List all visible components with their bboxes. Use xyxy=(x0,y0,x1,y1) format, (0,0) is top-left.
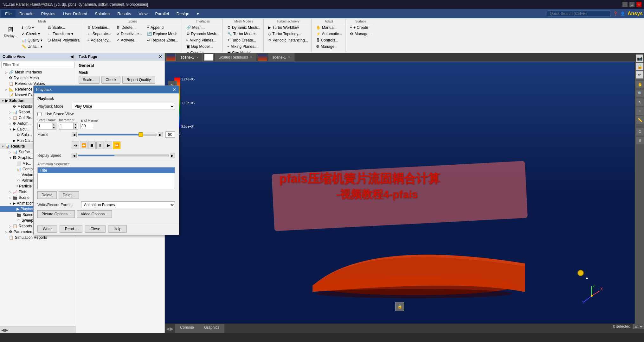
menu-design[interactable]: Design xyxy=(173,10,193,17)
display-btn[interactable]: 🖥 Display... xyxy=(3,25,18,38)
menu-parallel[interactable]: Parallel xyxy=(151,10,172,17)
adjacency-btn[interactable]: ≈ Adjacency... xyxy=(86,37,113,43)
mixing-planes-btn[interactable]: ≈ Mixing Planes... xyxy=(184,37,221,43)
increment-up[interactable]: ▲ xyxy=(73,123,77,126)
account-icon[interactable]: 👤 xyxy=(620,11,625,16)
anim-seq-trite[interactable]: Trite xyxy=(38,168,175,173)
start-frame-down[interactable]: ▼ xyxy=(52,126,56,129)
turbo-workflow-btn[interactable]: ▶ Turbo Workflow xyxy=(266,25,310,30)
quality-btn[interactable]: 📊 Quality ▾ xyxy=(20,37,44,43)
units-btn[interactable]: 📏 Units... ▾ xyxy=(20,44,44,49)
replace-mesh-btn[interactable]: 🔄 Replace Mesh xyxy=(145,31,180,37)
start-frame-up[interactable]: ▲ xyxy=(52,123,56,126)
surface-manage-btn[interactable]: ⚙ Manage... xyxy=(348,31,373,37)
outline-arrow-left[interactable]: ◀ xyxy=(1,327,5,332)
dialog-close-btn[interactable]: ✕ xyxy=(172,87,176,92)
mm-dynamic-mesh-btn[interactable]: ⚙ Dynamic Mesh... xyxy=(225,25,262,30)
frame-next-btn[interactable]: ▶ xyxy=(158,132,163,137)
frame-slider-track[interactable] xyxy=(78,134,157,136)
write-btn[interactable]: Write xyxy=(37,225,57,233)
pb-pause[interactable]: ⏸ xyxy=(96,142,104,149)
task-icon-2[interactable]: 🔒 xyxy=(636,63,643,70)
speed-slider-track[interactable] xyxy=(78,155,169,156)
start-frame-input[interactable] xyxy=(38,123,52,129)
search-input[interactable] xyxy=(547,10,610,17)
sidebar-display[interactable]: 🖥 xyxy=(636,137,644,144)
menu-solution[interactable]: Solution xyxy=(91,10,113,17)
mode-select[interactable]: Play Once Loop Bounce xyxy=(72,103,175,110)
interfaces-mesh-btn[interactable]: 🔗 Mesh... xyxy=(184,25,221,30)
delete2-seq-btn[interactable]: Delet... xyxy=(59,191,79,199)
end-frame-input[interactable] xyxy=(80,123,93,129)
pb-next[interactable]: ⏩ xyxy=(113,142,120,149)
menu-view[interactable]: View xyxy=(135,10,151,17)
tab-scene2[interactable]: scene-1 ✕ xyxy=(268,53,294,61)
close-btn[interactable]: ✕ xyxy=(636,2,641,7)
sidebar-select[interactable]: ↖ xyxy=(636,98,644,106)
pb-stop[interactable]: ⏹ xyxy=(88,142,96,149)
deactivate-btn[interactable]: ⊘ Deactivate... xyxy=(114,31,144,37)
minimize-btn[interactable]: — xyxy=(622,2,628,7)
scale-task-btn[interactable]: Scale... xyxy=(79,76,100,84)
controls-btn[interactable]: 🎛 Controls... xyxy=(314,37,344,43)
use-stored-view-checkbox[interactable] xyxy=(37,112,42,116)
create-surface-btn[interactable]: + + Create xyxy=(348,25,373,30)
selection-filter[interactable]: all xyxy=(633,324,644,329)
turbo-create-btn[interactable]: + Turbo Create... xyxy=(225,37,262,43)
tab-scene1-close[interactable]: ✕ xyxy=(196,56,199,59)
tab-residuals-close[interactable]: ✕ xyxy=(250,56,252,59)
lock-icon-viewport[interactable]: 🔒 xyxy=(395,302,404,311)
sidebar-pan[interactable]: ✋ xyxy=(636,81,644,88)
check-task-btn[interactable]: Check xyxy=(101,76,120,84)
delete-btn[interactable]: 🗑 Delete... xyxy=(114,25,144,30)
viewport-scene[interactable]: 1.24e+05 1.10e+05 9.58e+04 [Pa] xyxy=(165,62,634,324)
activate-btn[interactable]: ✓ Activate... xyxy=(114,37,144,43)
speed-prev-btn[interactable]: ◀ xyxy=(72,153,77,158)
tab-residuals[interactable]: Scaled Residuals ✕ xyxy=(215,53,257,61)
video-options-btn[interactable]: Video Options... xyxy=(77,210,112,218)
console-tab[interactable]: Console xyxy=(175,324,199,333)
tab-scene2-close[interactable]: ✕ xyxy=(288,56,290,59)
task-close-icon[interactable]: ✕ xyxy=(159,54,162,59)
menu-user-defined[interactable]: User-Defined xyxy=(59,10,91,17)
append-btn[interactable]: + Append xyxy=(145,25,180,30)
make-polyhedra-btn[interactable]: ⬡ Make Polyhedra xyxy=(46,37,81,43)
help-btn[interactable]: Help xyxy=(108,225,127,233)
periodic-instancing-btn[interactable]: ↻ Periodic Instancing... xyxy=(266,37,310,43)
close-dialog-btn[interactable]: Close xyxy=(85,225,106,233)
sidebar-settings[interactable]: ⚙ xyxy=(636,128,644,136)
adapt-manage-btn[interactable]: ⚙ Manage... xyxy=(314,44,344,49)
picture-options-btn[interactable]: Picture Options... xyxy=(37,210,75,218)
menu-file[interactable]: File xyxy=(1,10,16,17)
scale-btn[interactable]: ⚖ Scale... xyxy=(46,25,81,30)
tab-scene1[interactable]: scene-1 ✕ xyxy=(177,53,203,61)
mm-mixing-btn[interactable]: ≈ Mixing Planes... xyxy=(225,44,262,49)
bottom-arrow-right[interactable]: ▶ xyxy=(170,326,174,331)
increment-input[interactable] xyxy=(59,123,73,129)
sidebar-ruler[interactable]: 📏 xyxy=(636,116,644,124)
speed-next-btn[interactable]: ▶ xyxy=(170,153,175,158)
delete-seq-btn[interactable]: Delete xyxy=(37,191,57,199)
increment-down[interactable]: ▼ xyxy=(73,126,77,129)
tree-mesh-interfaces[interactable]: ▷ 🔗 Mesh Interfaces xyxy=(0,69,76,75)
gap-model-btn[interactable]: ▣ Gap Model... xyxy=(184,44,221,49)
menu-results[interactable]: Results xyxy=(113,10,135,17)
filter-input[interactable] xyxy=(1,62,74,68)
format-select[interactable]: Animation Frames MPEG AVI xyxy=(81,201,175,208)
pb-play[interactable]: ▶ xyxy=(105,142,112,149)
pb-rewind-start[interactable]: ⏮ xyxy=(72,142,79,149)
bottom-arrow-left[interactable]: ◀ xyxy=(166,326,170,331)
menu-domain[interactable]: Domain xyxy=(16,10,37,17)
separate-btn[interactable]: ↔ Separate... xyxy=(86,31,113,37)
menu-physics[interactable]: Physics xyxy=(37,10,59,17)
frame-prev-btn[interactable]: ◀ xyxy=(72,132,77,137)
interfaces-dynamic-mesh-btn[interactable]: ⚙ Dynamic Mesh... xyxy=(184,31,221,37)
turbo-topology-btn[interactable]: ◇ Turbo Topology... xyxy=(266,31,310,37)
tree-sim-reports[interactable]: 📋 Simulation Reports xyxy=(0,235,76,240)
check-btn[interactable]: ✓ Check ▾ xyxy=(20,31,44,37)
maximize-btn[interactable]: □ xyxy=(629,2,634,7)
help-icon[interactable]: ❓ xyxy=(613,11,618,16)
outline-collapse-icon[interactable]: ◀ xyxy=(70,54,73,59)
report-quality-btn[interactable]: Report Quality xyxy=(122,76,155,84)
sidebar-probe[interactable]: + xyxy=(636,107,644,115)
